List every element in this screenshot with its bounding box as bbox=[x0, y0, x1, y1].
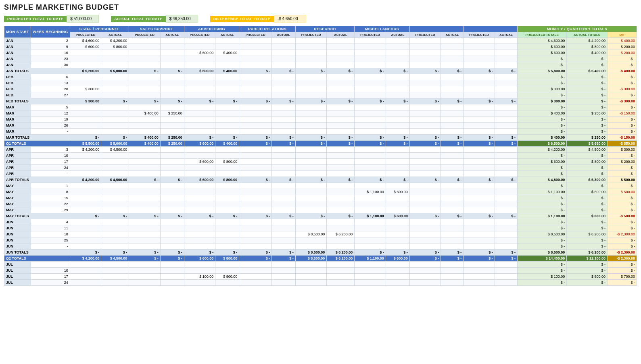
actual-label: ACTUAL TOTAL TO DATE bbox=[111, 16, 166, 22]
sales-act: ACTUAL bbox=[160, 32, 184, 38]
row-feb-6: FEB 6 $ - $ - $ - bbox=[4, 74, 637, 80]
row-may-8: MAY 8 $ 1,100.00 $ 600.00 $ 1,100.00 $ 6… bbox=[4, 189, 637, 195]
row-mar-5: MAR 5 $ - $ - $ - bbox=[4, 104, 637, 110]
row-jan-9: JAN 9 $ 600.00 $ 800.00 $ 600.00 $ 800.0… bbox=[4, 44, 637, 50]
col-week-header: WEEK BEGINNING bbox=[31, 26, 70, 38]
row-apr-10: APR 10 $ - $ - $ - bbox=[4, 153, 637, 159]
jan2-staff-proj: $ 4,600.00 bbox=[70, 38, 101, 44]
summary-bar: PROJECTED TOTAL TO DATE $ 51,000.00 ACTU… bbox=[0, 13, 641, 24]
col-extra1-header bbox=[409, 26, 464, 32]
extra2-act: ACTUAL bbox=[495, 32, 517, 38]
row-may-29: MAY 29 $ - $ - $ - bbox=[4, 207, 637, 213]
row-feb-totals: FEB TOTALS $ 300.00 $ - $ - $ - $ - $ - … bbox=[4, 98, 637, 104]
misc-proj: PROJECTED bbox=[355, 32, 386, 38]
row-jun-11: JUN 11 $ - $ - $ - bbox=[4, 225, 637, 231]
row-q1-totals: Q1 TOTALS $ 5,500.00 $ 5,000.00 $ 400.00… bbox=[4, 141, 637, 147]
sales-proj: PROJECTED bbox=[129, 32, 161, 38]
row-jul-10: JUL 10 $ - $ - $ - bbox=[4, 268, 637, 274]
row-apr-dash: APR - $ - $ - $ - bbox=[4, 171, 637, 177]
mq-proj-totals: PROJECTED TOTALS bbox=[517, 32, 566, 38]
row-jan-30: JAN 30 $ - $ - $ - bbox=[4, 62, 637, 68]
row-jan-2: JAN 2 $ 4,600.00 $ 4,200.00 $ 4,600.00 $… bbox=[4, 38, 637, 44]
budget-table: MON START WEEK BEGINNING STAFF / PERSONN… bbox=[4, 26, 637, 286]
row-feb-13: FEB 13 $ - $ - $ - bbox=[4, 80, 637, 86]
col-research-header: RESEARCH bbox=[295, 26, 354, 32]
staff-proj: PROJECTED bbox=[70, 32, 101, 38]
misc-act: ACTUAL bbox=[386, 32, 409, 38]
spreadsheet: MON START WEEK BEGINNING STAFF / PERSONN… bbox=[0, 26, 641, 286]
res-proj: PROJECTED bbox=[295, 32, 327, 38]
diff-label: DIFFERENCE TOTAL TO DATE bbox=[210, 16, 274, 22]
projected-value: $ 51,000.00 bbox=[67, 15, 99, 23]
row-feb-27: FEB 27 $ - $ - $ - bbox=[4, 92, 637, 98]
res-act: ACTUAL bbox=[327, 32, 355, 38]
row-may-1: MAY 1 $ - $ - $ - bbox=[4, 183, 637, 189]
row-jun-25: JUN 25 $ - $ - $ - bbox=[4, 237, 637, 243]
mq-act-totals: ACTUAL TOTALS bbox=[567, 32, 608, 38]
projected-label: PROJECTED TOTAL TO DATE bbox=[4, 16, 67, 22]
extra1-proj: PROJECTED bbox=[409, 32, 441, 38]
pr-proj: PROJECTED bbox=[239, 32, 272, 38]
adv-act: ACTUAL bbox=[215, 32, 239, 38]
row-may-15: MAY 15 $ - $ - $ - bbox=[4, 195, 637, 201]
row-jul-24: JUL 24 $ - $ - $ - bbox=[4, 280, 637, 286]
row-jun-totals: JUN TOTALS $ - $ - $ - $ - $ - $ - $ - $… bbox=[4, 250, 637, 256]
col-pr-header: PUBLIC RELATIONS bbox=[239, 26, 296, 32]
staff-act: ACTUAL bbox=[101, 32, 129, 38]
row-jan-16: JAN 16 $ 600.00 $ 400.00 $ 600.00 $ 400.… bbox=[4, 50, 637, 56]
projected-summary: PROJECTED TOTAL TO DATE $ 51,000.00 bbox=[4, 15, 99, 23]
col-misc-header: MISCELLANEOUS bbox=[355, 26, 409, 32]
row-apr-24: APR 24 $ - $ - $ - bbox=[4, 165, 637, 171]
row-mar-totals: MAR TOTALS $ - $ - $ 400.00 $ 250.00 $ -… bbox=[4, 135, 637, 141]
row-apr-17: APR 17 $ 600.00 $ 800.00 $ 600.00 $ 800.… bbox=[4, 159, 637, 165]
row-mar-19: MAR 19 $ - $ - $ - bbox=[4, 116, 637, 123]
col-mon-header: MON START bbox=[4, 26, 31, 38]
row-feb-20: FEB 20 $ 300.00 $ 300.00 $ - -$ 300.00 bbox=[4, 86, 637, 92]
col-staff-header: STAFF / PERSONNEL bbox=[70, 26, 129, 32]
row-jul-17: JUL 17 $ 100.00 $ 800.00 $ 100.00 $ 800.… bbox=[4, 274, 637, 280]
row-q2-totals: Q2 TOTALS $ 4,200.00 $ 4,500.00 $ - $ - … bbox=[4, 256, 637, 262]
header-row-1: MON START WEEK BEGINNING STAFF / PERSONN… bbox=[4, 26, 637, 32]
row-jun-dash: JUN - $ - $ - $ - bbox=[4, 243, 637, 250]
mon-jan: JAN bbox=[4, 38, 31, 44]
diff-summary: DIFFERENCE TOTAL TO DATE -$ 4,650.00 bbox=[210, 15, 306, 23]
col-adv-header: ADVERTISING bbox=[184, 26, 239, 32]
col-monthly-header: MONTLY / QUARTERLY TOTALS bbox=[517, 26, 637, 32]
week-2: 2 bbox=[31, 38, 70, 44]
row-jun-4: JUN 4 $ - $ - $ - bbox=[4, 219, 637, 225]
row-jun-18: JUN 18 $ 8,500.00 $ 6,200.00 $ 8,500.00 … bbox=[4, 231, 637, 237]
page-title: SIMPLE MARKETING BUDGET bbox=[0, 0, 641, 13]
actual-value: $ 46,350.00 bbox=[166, 15, 198, 23]
row-may-22: MAY 22 $ - $ - $ - bbox=[4, 201, 637, 207]
row-mar-dash: MAR - $ - $ - $ - bbox=[4, 129, 637, 135]
row-jan-23: JAN 23 $ - $ - $ - bbox=[4, 56, 637, 62]
row-may-totals: MAY TOTALS $ - $ - $ - $ - $ - $ - $ - $… bbox=[4, 213, 637, 219]
diff-value: -$ 4,650.00 bbox=[274, 15, 306, 23]
adv-proj: PROJECTED bbox=[184, 32, 215, 38]
col-extra2-header bbox=[464, 26, 518, 32]
jan2-staff-act: $ 4,200.00 bbox=[101, 38, 129, 44]
row-mar-26: MAR 26 $ - $ - $ - bbox=[4, 123, 637, 129]
mq-dif: DIF bbox=[607, 32, 637, 38]
header-row-2: PROJECTED ACTUAL PROJECTED ACTUAL PROJEC… bbox=[4, 32, 637, 38]
pr-act: ACTUAL bbox=[272, 32, 296, 38]
col-sales-header: SALES SUPPORT bbox=[129, 26, 184, 32]
extra1-act: ACTUAL bbox=[441, 32, 464, 38]
row-mar-12: MAR 12 $ 400.00 $ 250.00 $ 400.00 $ 250.… bbox=[4, 110, 637, 116]
row-apr-totals: APR TOTALS $ 4,200.00 $ 4,500.00 $ - $ -… bbox=[4, 177, 637, 183]
row-jan-totals: JAN TOTALS $ 5,200.00 $ 5,000.00 $ - $ -… bbox=[4, 68, 637, 74]
actual-summary: ACTUAL TOTAL TO DATE $ 46,350.00 bbox=[111, 15, 198, 23]
row-jul-blank: JUL $ - $ - $ - bbox=[4, 262, 637, 268]
extra2-proj: PROJECTED bbox=[464, 32, 495, 38]
row-apr-3: APR 3 $ 4,200.00 $ 4,500.00 $ 4,200.00 $… bbox=[4, 147, 637, 153]
